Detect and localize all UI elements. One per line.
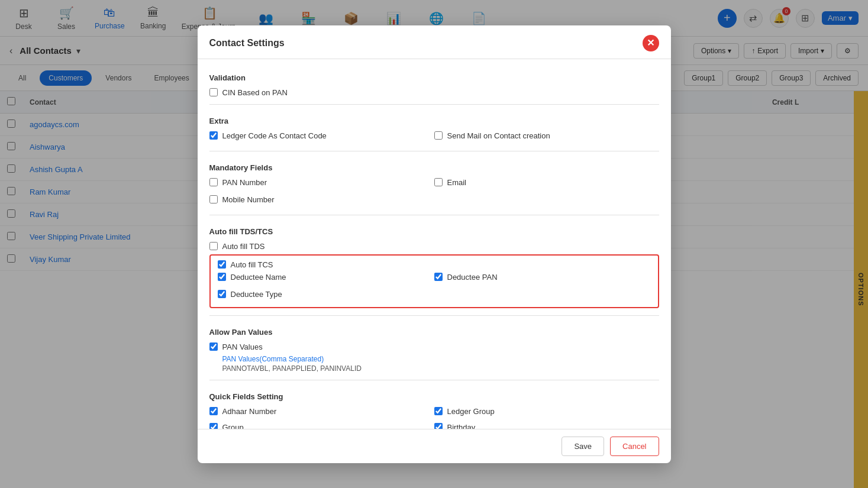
pan-values-text: PANNOTAVBL, PANAPPLIED, PANINVALID — [222, 364, 659, 373]
ledger-code-checkbox[interactable] — [209, 131, 218, 140]
email-label[interactable]: Email — [447, 178, 467, 187]
validation-section-title: Validation — [209, 69, 659, 82]
birthday-label[interactable]: Birthday — [447, 423, 476, 429]
autofill-highlight-box: Auto fill TCS Deductee Name Deductee PAN… — [209, 254, 659, 308]
send-mail-checkbox[interactable] — [434, 131, 443, 140]
mobile-number-checkbox[interactable] — [209, 195, 218, 203]
cancel-button[interactable]: Cancel — [610, 437, 659, 456]
autofill-tcs-label[interactable]: Auto fill TCS — [231, 260, 273, 269]
quick-fields-section-title: Quick Fields Setting — [209, 387, 659, 401]
mandatory-section-title: Mandatory Fields — [209, 159, 659, 172]
adhaar-number-row: Adhaar Number — [209, 407, 434, 416]
birthday-row: Birthday — [434, 423, 659, 429]
group-checkbox[interactable] — [209, 423, 218, 429]
modal-title: Contact Settings — [209, 38, 285, 49]
mobile-number-label[interactable]: Mobile Number — [222, 195, 275, 204]
autofill-tds-label[interactable]: Auto fill TDS — [222, 242, 265, 251]
group-row: Group — [209, 423, 434, 429]
pan-number-checkbox[interactable] — [209, 178, 218, 186]
cin-based-on-pan-label[interactable]: CIN Based on PAN — [222, 88, 288, 97]
adhaar-number-label[interactable]: Adhaar Number — [222, 407, 277, 416]
ledger-code-label[interactable]: Ledger Code As Contact Code — [222, 131, 327, 140]
pan-values-checkbox[interactable] — [209, 342, 218, 351]
deductee-type-label[interactable]: Deductee Type — [231, 290, 282, 299]
deductee-name-row: Deductee Name — [218, 273, 434, 282]
pan-values-label[interactable]: PAN Values — [222, 342, 263, 351]
pan-values-section-title: Allow Pan Values — [209, 323, 659, 337]
deductee-type-row: Deductee Type — [218, 290, 434, 299]
extra-section-title: Extra — [209, 112, 659, 125]
birthday-checkbox[interactable] — [434, 423, 443, 429]
send-mail-row: Send Mail on Contact creation — [434, 131, 659, 140]
autofill-tcs-row: Auto fill TCS — [218, 260, 651, 269]
mobile-number-row: Mobile Number — [209, 195, 434, 204]
extra-fields: Ledger Code As Contact Code Send Mail on… — [209, 131, 659, 144]
email-row: Email — [434, 178, 659, 187]
modal-overlay: Contact Settings ✕ Validation CIN Based … — [0, 0, 868, 488]
deductee-name-label[interactable]: Deductee Name — [231, 273, 286, 282]
pan-number-row: PAN Number — [209, 178, 434, 187]
pan-values-sublabel: PAN Values(Comma Separated) — [222, 355, 659, 363]
autofill-section-title: Auto fill TDS/TCS — [209, 222, 659, 236]
modal-footer: Save Cancel — [198, 429, 671, 463]
group-label[interactable]: Group — [222, 423, 244, 429]
deductee-pan-row: Deductee PAN — [434, 273, 651, 282]
quick-fields-grid: Adhaar Number Ledger Group Group Birthda… — [209, 407, 659, 429]
autofill-tds-row: Auto fill TDS — [209, 242, 659, 251]
autofill-tcs-checkbox[interactable] — [218, 260, 226, 269]
send-mail-label[interactable]: Send Mail on Contact creation — [447, 131, 550, 140]
deductee-fields: Deductee Name Deductee PAN Deductee Type — [218, 273, 651, 302]
ledger-code-row: Ledger Code As Contact Code — [209, 131, 434, 140]
autofill-tds-checkbox[interactable] — [209, 242, 218, 250]
modal-body: Validation CIN Based on PAN Extra Ledger… — [198, 59, 671, 429]
deductee-pan-label[interactable]: Deductee PAN — [447, 273, 498, 282]
ledger-group-label[interactable]: Ledger Group — [447, 407, 495, 416]
contact-settings-modal: Contact Settings ✕ Validation CIN Based … — [198, 25, 671, 463]
mandatory-fields: PAN Number Email Mobile Number — [209, 178, 659, 208]
adhaar-number-checkbox[interactable] — [209, 407, 218, 415]
cin-based-on-pan-row: CIN Based on PAN — [209, 88, 659, 97]
deductee-pan-checkbox[interactable] — [434, 273, 443, 281]
modal-close-button[interactable]: ✕ — [643, 35, 659, 51]
pan-number-label[interactable]: PAN Number — [222, 178, 267, 187]
save-button[interactable]: Save — [562, 437, 604, 456]
pan-values-row: PAN Values — [209, 342, 659, 351]
ledger-group-row: Ledger Group — [434, 407, 659, 416]
cin-based-on-pan-checkbox[interactable] — [209, 88, 218, 96]
deductee-type-checkbox[interactable] — [218, 290, 226, 298]
email-checkbox[interactable] — [434, 178, 443, 186]
modal-header: Contact Settings ✕ — [198, 25, 671, 59]
ledger-group-checkbox[interactable] — [434, 407, 443, 415]
deductee-name-checkbox[interactable] — [218, 273, 226, 281]
